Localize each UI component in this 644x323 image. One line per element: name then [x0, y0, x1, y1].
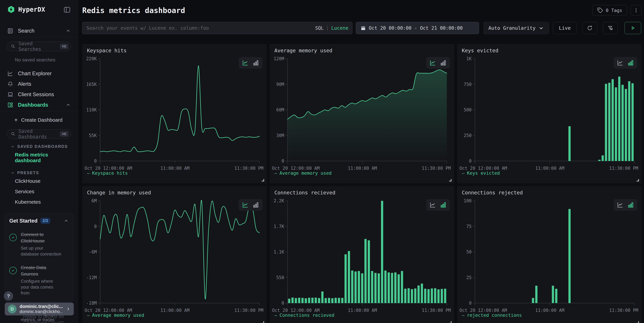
filter-button[interactable]	[603, 22, 618, 34]
bar-chart-icon[interactable]	[252, 59, 259, 66]
line-chart-icon[interactable]	[242, 59, 249, 66]
search-icon	[11, 131, 16, 137]
refresh-button[interactable]	[582, 22, 597, 34]
live-button[interactable]: Live	[553, 22, 577, 34]
bar-chart-icon[interactable]	[440, 59, 447, 66]
svg-text:11:00:00 AM: 11:00:00 AM	[160, 166, 190, 171]
chart-type-toggle	[426, 199, 450, 211]
chart-legend: —Keyspace hits	[87, 170, 128, 176]
sidebar: HyperDX Search Saved Searches ⌘K No save…	[0, 0, 78, 323]
chart-card-average-memory: Average memory used 120M90M60M30M0Oct 20…	[270, 44, 454, 183]
svg-text:0: 0	[94, 158, 97, 164]
presets-header[interactable]: PRESETS	[0, 170, 78, 175]
sidebar-item-label: Search	[18, 28, 61, 34]
shortcut-badge: ⌘K	[60, 131, 68, 137]
sidebar-item-redis-dashboard[interactable]: Redis metrics dashboard	[0, 150, 78, 165]
chevron-right-icon	[66, 307, 71, 312]
chevron-down-icon	[538, 25, 544, 31]
resize-handle[interactable]	[636, 179, 639, 181]
resize-handle[interactable]	[449, 179, 452, 181]
chart-plot: 6M0-6M-12M-18MOct 20 12:00:00 AM11:00:00…	[82, 196, 267, 316]
bar-chart-icon[interactable]	[252, 201, 259, 208]
chart-type-toggle	[239, 57, 262, 68]
avatar: D	[8, 305, 16, 313]
chart-card-connections-rejected: Connections rejected 1007550250Oct 20 12…	[457, 186, 642, 323]
tag-icon	[597, 7, 603, 13]
sidebar-item-dashboards[interactable]: Dashboards	[0, 100, 78, 110]
sidebar-collapse-icon[interactable]	[63, 6, 71, 13]
check-circle-icon	[9, 234, 17, 241]
svg-text:220K: 220K	[86, 56, 97, 61]
sidebar-item-clickhouse-preset[interactable]: ClickHouse	[0, 177, 78, 186]
bar-chart-icon[interactable]	[440, 201, 447, 208]
more-menu-button[interactable]	[630, 5, 642, 15]
chevron-up-icon[interactable]	[64, 218, 69, 223]
sidebar-item-label: Chart Explorer	[18, 70, 71, 77]
svg-text:120M: 120M	[274, 56, 284, 61]
date-range-button[interactable]: Oct 20 00:00:00 - Oct 21 00:00:00	[356, 22, 479, 34]
granularity-select[interactable]: Auto Granularity	[484, 22, 549, 34]
create-dashboard-label: Create Dashboard	[21, 117, 62, 123]
chart-legend: —Connections recieved	[274, 313, 334, 318]
sidebar-item-search[interactable]: Search	[0, 26, 78, 36]
line-chart-icon[interactable]	[617, 59, 624, 66]
help-button[interactable]: ?	[4, 292, 13, 301]
resize-handle[interactable]	[262, 321, 264, 323]
shortcut-badge: ⌘K	[60, 43, 68, 49]
sidebar-item-chart-explorer[interactable]: Chart Explorer	[0, 68, 78, 79]
bell-icon	[7, 81, 14, 87]
dashboard-grid-icon	[7, 102, 14, 108]
lucene-toggle[interactable]: Lucene	[331, 25, 348, 31]
line-chart-icon[interactable]	[242, 201, 249, 208]
svg-text:6M: 6M	[92, 198, 97, 203]
main-content: Redis metrics dashboard 0 Tags	[78, 0, 644, 323]
chevron-down-icon	[10, 171, 15, 175]
saved-dashboards-header[interactable]: SAVED DASHBOARDS	[0, 144, 78, 149]
user-menu[interactable]: D dominic.tran@clic... dominic.tran@clic…	[5, 303, 74, 316]
sidebar-item-alerts[interactable]: Alerts	[0, 79, 78, 89]
chart-legend: —Average memory used	[87, 313, 144, 318]
plus-icon: +	[14, 117, 18, 123]
step-title: Create Data Sources	[21, 265, 60, 277]
chart-title: Keys evicted	[462, 48, 498, 53]
resize-handle[interactable]	[636, 321, 639, 323]
get-started-step[interactable]: Connect to ClickHouse Set up your databa…	[9, 231, 69, 257]
chart-card-keyspace-hits: Keyspace hits 220K165K110K55K0Oct 20 12:…	[82, 44, 267, 183]
hyperdx-logo-icon	[7, 5, 15, 13]
svg-text:0: 0	[469, 301, 472, 306]
sql-toggle[interactable]: SQL	[315, 25, 324, 31]
run-query-button[interactable]	[624, 22, 641, 34]
sidebar-item-kubernetes-preset[interactable]: Kubernetes	[0, 197, 78, 207]
chart-card-connections-received: Connections recieved 2.2K1.7K1.1K5500Oct…	[270, 186, 454, 323]
saved-dashboards-input[interactable]: Saved Dashboards ⌘K	[7, 129, 71, 139]
chart-legend: —rejected connections	[462, 313, 522, 318]
get-started-step[interactable]: Create Data Sources Configure where your…	[9, 265, 69, 296]
svg-text:550: 550	[276, 275, 284, 280]
chart-title: Connections rejected	[462, 190, 523, 196]
tags-button[interactable]: 0 Tags	[592, 5, 627, 15]
resize-handle[interactable]	[449, 321, 452, 323]
create-dashboard-button[interactable]: + Create Dashboard	[0, 115, 78, 125]
resize-handle[interactable]	[262, 179, 264, 181]
line-chart-icon[interactable]	[429, 201, 436, 208]
svg-text:-18M: -18M	[86, 301, 97, 306]
event-search-input[interactable]	[82, 22, 352, 34]
chart-type-toggle	[239, 199, 262, 211]
sidebar-item-client-sessions[interactable]: Client Sessions	[0, 89, 78, 100]
line-chart-icon[interactable]	[429, 59, 436, 66]
saved-searches-placeholder: Saved Searches	[18, 41, 57, 52]
saved-searches-input[interactable]: Saved Searches ⌘K	[7, 42, 71, 51]
tags-label: 0 Tags	[606, 8, 622, 13]
bar-chart-icon[interactable]	[627, 59, 634, 66]
svg-text:110K: 110K	[86, 107, 97, 112]
chart-card-keys-evicted: Keys evicted 1K7505002500Oct 20 12:00:00…	[457, 44, 642, 183]
sidebar-item-services-preset[interactable]: Services	[0, 187, 78, 196]
user-name: dominic.tran@clic...	[20, 304, 63, 309]
bar-chart-icon[interactable]	[627, 201, 634, 208]
svg-text:75: 75	[466, 224, 472, 229]
get-started-title: Get Started	[9, 218, 38, 224]
line-chart-icon[interactable]	[617, 201, 624, 208]
svg-text:Oct 20 12:00:00 AM: Oct 20 12:00:00 AM	[460, 308, 507, 313]
svg-text:Oct 20 12:00:00 AM: Oct 20 12:00:00 AM	[272, 308, 320, 313]
query-language-switch[interactable]: SQL | Lucene	[315, 22, 348, 34]
